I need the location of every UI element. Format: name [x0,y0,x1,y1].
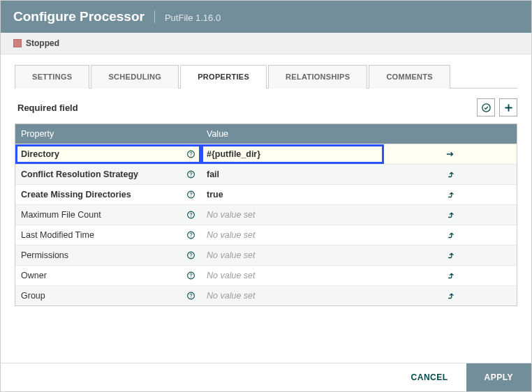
property-name-cell[interactable]: Conflict Resolution Strategy [15,165,201,184]
go-to-icon[interactable] [445,250,455,260]
help-icon[interactable] [186,150,195,159]
table-row[interactable]: GroupNo value set [15,285,517,306]
table-row[interactable]: Create Missing Directoriestrue [15,184,517,204]
property-value-cell[interactable]: No value set [201,286,384,306]
column-header-property[interactable]: Property [15,124,201,144]
tab-settings[interactable]: SETTINGS [15,65,89,89]
property-value: fail [207,169,219,179]
table-row[interactable]: Directory#{putfile_dir} [15,144,517,164]
column-header-actions [384,124,517,144]
help-icon[interactable] [186,190,195,199]
row-action-cell [384,246,517,265]
stopped-icon [13,39,22,47]
svg-point-16 [191,297,191,298]
go-to-icon[interactable] [445,230,455,240]
help-icon[interactable] [186,211,195,220]
required-row: Required field [15,89,517,123]
help-icon[interactable] [186,170,195,179]
property-name-cell[interactable]: Create Missing Directories [15,185,201,204]
help-icon[interactable] [186,292,195,301]
tab-properties[interactable]: PROPERTIES [180,65,267,89]
svg-point-0 [482,103,489,111]
tab-relationships[interactable]: RELATIONSHIPS [268,65,367,89]
go-to-icon[interactable] [445,210,455,220]
go-to-icon[interactable] [445,190,455,199]
table-row[interactable]: OwnerNo value set [15,265,517,285]
table-row[interactable]: Maximum File CountNo value set [15,204,517,225]
property-value-cell[interactable]: No value set [201,205,384,225]
tab-scheduling[interactable]: SCHEDULING [91,65,179,89]
table-row[interactable]: Conflict Resolution Strategyfail [15,164,517,184]
property-name-cell[interactable]: Permissions [15,246,201,265]
plus-icon [503,103,514,113]
svg-point-4 [191,176,191,176]
row-action-cell [384,205,517,225]
property-value-cell[interactable]: true [201,185,384,204]
table-row[interactable]: PermissionsNo value set [15,245,517,265]
svg-point-12 [191,257,191,257]
status-bar: Stopped [1,33,531,54]
property-name: Owner [21,271,47,280]
content-area: SETTINGS SCHEDULING PROPERTIES RELATIONS… [1,54,531,363]
properties-table: Property Value Directory#{putfile_dir}Co… [15,123,517,306]
property-value: #{putfile_dir} [207,149,260,159]
property-value: No value set [207,291,255,301]
verify-button[interactable] [477,98,495,116]
arrow-right-icon[interactable] [445,149,455,159]
tab-comments[interactable]: COMMENTS [369,65,450,89]
title-divider [154,10,155,23]
property-value-cell[interactable]: #{putfile_dir} [201,144,384,164]
row-action-cell [384,266,517,285]
property-name: Last Modified Time [21,230,94,240]
required-field-label: Required field [17,103,78,113]
property-value: No value set [207,210,255,220]
apply-button[interactable]: APPLY [466,363,531,391]
tab-bar: SETTINGS SCHEDULING PROPERTIES RELATIONS… [15,64,517,89]
property-value-cell[interactable]: fail [201,165,384,184]
property-value: No value set [207,271,255,280]
property-name-cell[interactable]: Owner [15,266,201,285]
row-action-cell [384,185,517,204]
table-toolbar [477,98,517,116]
property-value: true [207,190,223,199]
go-to-icon[interactable] [445,291,455,301]
property-name-cell[interactable]: Group [15,286,201,306]
property-name: Group [21,291,45,301]
help-icon[interactable] [186,271,195,280]
status-text: Stopped [26,38,59,48]
go-to-icon[interactable] [445,169,455,179]
property-value-cell[interactable]: No value set [201,225,384,245]
row-action-cell [384,225,517,245]
cancel-button[interactable]: CANCEL [393,363,466,391]
property-name: Create Missing Directories [21,190,131,199]
svg-point-14 [191,277,191,278]
dialog-title: Configure Processor [13,9,145,24]
table-header: Property Value [15,124,517,144]
row-action-cell [384,165,517,184]
property-value-cell[interactable]: No value set [201,266,384,285]
table-body: Directory#{putfile_dir}Conflict Resoluti… [15,144,517,306]
property-name-cell[interactable]: Directory [15,144,201,164]
checkmark-circle-icon [481,103,492,113]
column-header-value[interactable]: Value [201,124,384,144]
property-value: No value set [207,230,255,240]
dialog-header: Configure Processor PutFile 1.16.0 [1,1,531,33]
property-value: No value set [207,250,255,260]
help-icon[interactable] [186,251,195,260]
property-name: Maximum File Count [21,210,101,220]
property-value-cell[interactable]: No value set [201,246,384,265]
help-icon[interactable] [186,231,195,240]
dialog-footer: CANCEL APPLY [1,363,531,391]
property-name: Conflict Resolution Strategy [21,169,138,179]
row-action-cell [384,144,517,164]
table-row[interactable]: Last Modified TimeNo value set [15,225,517,245]
property-name-cell[interactable]: Last Modified Time [15,225,201,245]
property-name: Directory [21,149,59,159]
svg-point-10 [191,236,191,237]
property-name: Permissions [21,250,68,260]
property-name-cell[interactable]: Maximum File Count [15,205,201,225]
go-to-icon[interactable] [445,271,455,280]
processor-type-version: PutFile 1.16.0 [165,13,221,23]
row-action-cell [384,286,517,306]
add-property-button[interactable] [499,98,517,116]
